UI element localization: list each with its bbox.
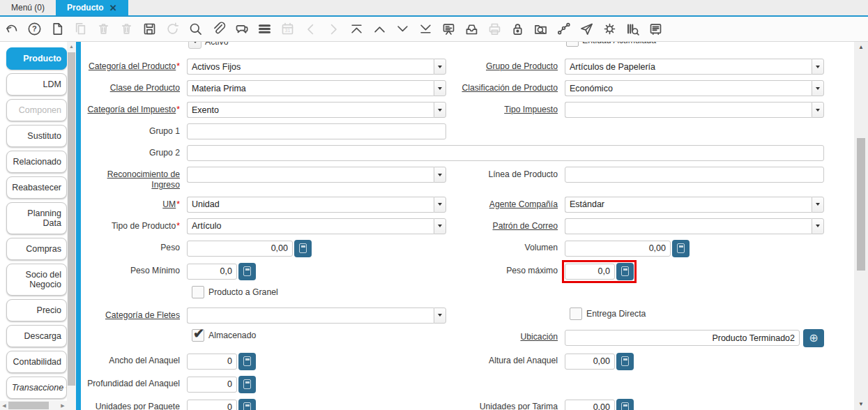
tipo-impuesto-input[interactable]	[565, 102, 812, 118]
sidebar-tab-transaccione[interactable]: Transaccione▼	[6, 377, 67, 399]
ancho-del-anaquel-input[interactable]	[187, 354, 237, 370]
tipo-de-producto-input[interactable]	[187, 218, 434, 234]
last-record-icon[interactable]	[418, 22, 433, 36]
new-record-icon[interactable]	[50, 22, 65, 36]
tipo-de-producto-combobox[interactable]	[187, 218, 446, 234]
send-request-icon[interactable]	[579, 22, 594, 36]
altura-del-anaquel-input[interactable]	[565, 354, 615, 370]
ubicacion-input[interactable]	[565, 330, 800, 346]
dropdown-button[interactable]	[434, 167, 446, 183]
calculator-button[interactable]	[616, 399, 634, 410]
sidebar-tab-relacionado[interactable]: Relacionado	[6, 151, 67, 173]
unidades-por-paquete-input[interactable]	[187, 400, 237, 410]
grupo-2-input[interactable]	[187, 145, 824, 161]
categoria-del-impuesto-combobox[interactable]	[187, 102, 446, 118]
clasificacion-de-producto-combobox[interactable]	[565, 80, 824, 96]
categoria-de-fletes-input[interactable]	[187, 308, 434, 324]
dropdown-button[interactable]	[812, 218, 824, 234]
report-icon[interactable]	[441, 22, 456, 36]
scrollbar-thumb[interactable]	[8, 402, 49, 409]
clase-de-producto-input[interactable]	[187, 80, 434, 96]
unidades-por-tarima-input[interactable]	[565, 400, 615, 410]
product-info-icon[interactable]	[625, 22, 640, 36]
scroll-up-icon[interactable]: ▲	[854, 42, 868, 53]
grupo-de-producto-combobox[interactable]	[565, 59, 824, 75]
scrollbar-thumb[interactable]	[68, 52, 75, 386]
peso-minimo-input[interactable]	[187, 264, 237, 280]
reconocimiento-de-ingreso-input[interactable]	[187, 167, 434, 183]
categoria-de-fletes-combobox[interactable]	[187, 308, 446, 324]
calculator-button[interactable]	[672, 240, 690, 257]
calculator-button[interactable]	[238, 399, 256, 410]
zoom-across-icon[interactable]	[533, 22, 548, 36]
sidebar-tab-socio-del-negocio[interactable]: Socio del Negocio	[6, 264, 67, 296]
sidebar-tab-producto[interactable]: Producto	[6, 47, 67, 70]
previous-record-icon[interactable]	[372, 22, 387, 36]
linea-de-producto-input[interactable]	[565, 167, 824, 183]
volumen-input[interactable]	[565, 241, 671, 257]
chat-icon[interactable]	[234, 22, 249, 36]
scroll-left-icon[interactable]: ◀	[0, 403, 8, 409]
dropdown-button[interactable]	[434, 102, 446, 118]
sidebar-tab-compras[interactable]: Compras	[6, 238, 67, 260]
um-input[interactable]	[187, 197, 434, 213]
first-record-icon[interactable]	[349, 22, 364, 36]
next-record-icon[interactable]	[395, 22, 410, 36]
workflow-icon[interactable]	[556, 22, 571, 36]
peso-maximo-input[interactable]	[565, 264, 615, 280]
entidad-acumulada-checkbox[interactable]	[566, 42, 579, 47]
dropdown-button[interactable]	[812, 80, 824, 96]
profundidad-del-anaquel-input[interactable]	[187, 377, 237, 393]
sidebar-horizontal-scrollbar[interactable]: ◀ ▶	[0, 401, 67, 410]
calculator-button[interactable]	[238, 353, 256, 370]
sidebar-tab-precio[interactable]: Precio	[6, 299, 67, 321]
dropdown-button[interactable]	[434, 308, 446, 324]
scroll-up-icon[interactable]: ▲	[67, 42, 76, 52]
agente-compania-input[interactable]	[565, 197, 812, 213]
process-icon[interactable]	[602, 22, 617, 36]
dropdown-button[interactable]	[434, 59, 446, 75]
help-icon[interactable]: ?	[27, 22, 42, 36]
dropdown-button[interactable]	[434, 80, 446, 96]
undo-icon[interactable]	[4, 22, 19, 36]
dropdown-button[interactable]	[434, 197, 446, 213]
sidebar-tab-ldm[interactable]: LDM	[6, 73, 67, 96]
scroll-down-icon[interactable]: ▼	[854, 399, 868, 410]
content-vertical-scrollbar[interactable]: ▲ ▼	[854, 42, 868, 410]
categoria-del-impuesto-input[interactable]	[187, 102, 434, 118]
sidebar-tab-descarga[interactable]: Descarga	[6, 325, 67, 347]
window-tab-menu[interactable]: Menú (0)	[0, 0, 56, 15]
tab-close-icon[interactable]: ✕	[109, 3, 117, 13]
find-icon[interactable]	[188, 22, 203, 36]
archive-icon[interactable]	[464, 22, 479, 36]
dropdown-button[interactable]	[812, 102, 824, 118]
locator-button[interactable]: ⊕	[803, 329, 824, 347]
calculator-button[interactable]	[238, 376, 256, 393]
grupo-de-producto-input[interactable]	[565, 59, 812, 75]
calculator-button[interactable]	[616, 263, 634, 280]
tipo-impuesto-combobox[interactable]	[565, 102, 824, 118]
entrega-directa-checkbox[interactable]	[570, 308, 582, 320]
attachment-icon[interactable]	[211, 22, 226, 36]
dropdown-button[interactable]	[434, 218, 446, 234]
grid-toggle-icon[interactable]	[257, 22, 272, 36]
dropdown-button[interactable]	[812, 59, 824, 75]
lock-icon[interactable]	[510, 22, 525, 36]
scrollbar-thumb[interactable]	[857, 138, 865, 271]
clasificacion-de-producto-input[interactable]	[565, 80, 812, 96]
categoria-del-producto-input[interactable]	[187, 59, 434, 75]
almacenado-checkbox[interactable]	[192, 329, 204, 342]
dropdown-button[interactable]	[188, 42, 201, 49]
sidebar-vertical-scrollbar[interactable]: ▲	[67, 42, 76, 410]
patron-de-correo-input[interactable]	[565, 218, 812, 234]
sidebar-tab-sustituto[interactable]: Sustituto	[6, 125, 67, 147]
scroll-right-icon[interactable]: ▶	[59, 403, 67, 409]
agente-compania-combobox[interactable]	[565, 197, 824, 213]
producto-a-granel-checkbox[interactable]	[192, 286, 204, 298]
categoria-del-producto-combobox[interactable]	[187, 59, 446, 75]
um-combobox[interactable]	[187, 197, 446, 213]
save-icon[interactable]	[142, 22, 157, 36]
sidebar-tab-reabastecer[interactable]: Reabastecer	[6, 176, 67, 199]
dropdown-button[interactable]	[812, 197, 824, 213]
sidebar-tab-planning-data[interactable]: Planning Data	[6, 202, 67, 234]
